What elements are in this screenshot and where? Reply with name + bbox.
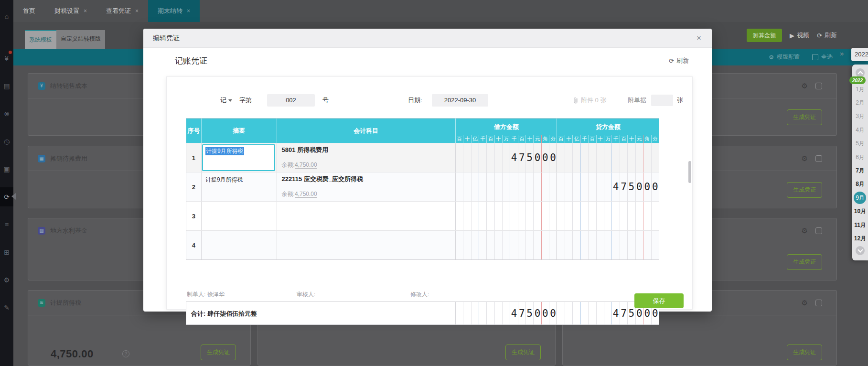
period-icon[interactable]: ◷ — [0, 132, 13, 151]
voucher-form: 记 字第 002 号 日期: 2022-09-30 附件 0 张 附单据 张 序… — [166, 76, 693, 310]
digit-col — [652, 231, 659, 259]
generate-voucher-button[interactable]: 生成凭证 — [505, 344, 541, 360]
generate-voucher-button[interactable]: 生成凭证 — [787, 254, 822, 270]
sidebar-collapse-arrow-icon[interactable] — [11, 193, 16, 200]
credit-amount-cell[interactable] — [557, 143, 659, 172]
digit-col: 4 — [510, 302, 518, 324]
month-11月[interactable]: 11月 — [852, 220, 868, 230]
gear-icon[interactable]: ⚙ — [802, 299, 808, 307]
summary-cell[interactable]: 计提9月所得税 — [202, 172, 277, 201]
refresh-icon: ⟳ — [817, 32, 822, 39]
voucher-word-select[interactable]: 记 — [220, 94, 232, 107]
generate-voucher-button[interactable]: 生成凭证 — [787, 182, 822, 198]
account-cell[interactable]: 222115 应交税费_应交所得税余额:4,750.00 — [277, 172, 456, 201]
card-checkbox[interactable] — [815, 227, 822, 234]
tab-查看凭证[interactable]: 查看凭证× — [96, 0, 148, 22]
receipt-count-input[interactable] — [651, 95, 673, 106]
month-6月[interactable]: 6月 — [852, 152, 868, 162]
voucher-icon[interactable]: ¥ — [0, 49, 13, 68]
digit-col: 0 — [636, 172, 643, 201]
chevron-down-icon[interactable] — [856, 246, 865, 255]
credit-amount-cell[interactable] — [557, 202, 659, 230]
month-8月[interactable]: 8月 — [852, 179, 868, 190]
digit-col — [495, 302, 503, 324]
account-cell[interactable]: 5801 所得税费用余额:4,750.00 — [277, 143, 456, 172]
gear-icon[interactable]: ⚙ — [802, 154, 808, 163]
digit-col — [565, 302, 573, 324]
funds-icon[interactable]: ⊜ — [0, 104, 13, 123]
help-icon[interactable]: ? — [122, 350, 129, 357]
home-icon[interactable]: ⌂ — [0, 7, 13, 26]
card-checkbox[interactable] — [815, 300, 822, 306]
refresh-link[interactable]: ⟳ 刷新 — [817, 31, 837, 40]
debit-amount-cell[interactable]: 475000 — [456, 143, 557, 172]
debit-amount-cell[interactable] — [456, 202, 557, 230]
tab-label: 期末结转 — [158, 7, 182, 15]
voucher-number-input[interactable]: 002 — [267, 94, 315, 107]
debit-amount-cell[interactable] — [456, 172, 557, 201]
generate-voucher-button[interactable]: 生成凭证 — [787, 109, 822, 125]
date-input[interactable]: 2022-09-30 — [432, 94, 488, 107]
digit-col — [604, 172, 612, 201]
summary-cell[interactable] — [202, 202, 277, 230]
summary-cell[interactable] — [202, 231, 277, 259]
month-9月[interactable]: 9月 — [852, 193, 868, 203]
digit-col — [463, 172, 471, 201]
settings-icon[interactable]: ⚙ — [0, 270, 13, 290]
measure-amount-button[interactable]: 测算金额 — [747, 29, 782, 42]
edit-icon[interactable]: ✎ — [0, 298, 13, 317]
month-3月[interactable]: 3月 — [852, 111, 868, 122]
digit-col — [479, 231, 487, 259]
assets-icon[interactable]: ▣ — [0, 160, 13, 179]
chevron-down-icon — [228, 99, 232, 102]
year-input[interactable]: 2022. — [851, 48, 868, 61]
month-2月[interactable]: 2月 — [852, 97, 868, 108]
reports-icon[interactable]: ▤ — [0, 76, 13, 96]
digit-label: 十 — [463, 135, 471, 143]
account-cell[interactable] — [277, 202, 456, 230]
template-config-link[interactable]: ⚙ 模版配置 — [769, 53, 800, 61]
close-icon[interactable]: × — [84, 8, 87, 14]
scrollbar-thumb[interactable] — [688, 161, 691, 183]
generate-voucher-button[interactable]: 生成凭证 — [201, 344, 236, 360]
close-icon[interactable]: × — [697, 33, 701, 43]
digit-label: 十 — [628, 135, 635, 143]
month-4月[interactable]: 4月 — [852, 125, 868, 135]
invoice-icon[interactable]: ⊞ — [0, 243, 13, 262]
gear-icon[interactable]: ⚙ — [802, 82, 808, 90]
panel-collapse-icon[interactable]: » — [840, 49, 844, 57]
gear-icon[interactable]: ⚙ — [802, 226, 808, 235]
save-button[interactable]: 保存 — [634, 293, 684, 308]
account-cell[interactable] — [277, 231, 456, 259]
tab-财税设置[interactable]: 财税设置× — [45, 0, 96, 22]
month-7月[interactable]: 7月 — [852, 165, 868, 176]
summary-edit-input[interactable]: 计提9月所得税 — [202, 144, 275, 171]
digit-col: 7 — [518, 302, 526, 324]
close-icon[interactable]: × — [187, 8, 190, 14]
month-1月[interactable]: 1月 — [852, 84, 868, 95]
month-12月[interactable]: 12月 — [852, 233, 868, 244]
credit-amount-cell[interactable]: 475000 — [557, 172, 659, 201]
modal-refresh-link[interactable]: ⟳ 刷新 — [669, 56, 689, 65]
debit-amount-cell[interactable] — [456, 231, 557, 259]
close-icon[interactable]: × — [135, 8, 139, 14]
credit-amount-cell[interactable] — [557, 231, 659, 259]
select-all-checkbox[interactable] — [812, 54, 818, 60]
list-icon[interactable]: ≡ — [0, 215, 13, 234]
template-tab-自定义结转模版[interactable]: 自定义结转模版 — [56, 30, 105, 49]
month-10月[interactable]: 10月 — [852, 206, 868, 217]
app: ⌂¥▤⊜◷▣⟳≡⊞⚙✎ 首页财税设置×查看凭证×期末结转× 系统模板自定义结转模… — [0, 0, 868, 366]
card-checkbox[interactable] — [815, 155, 822, 162]
tab-期末结转[interactable]: 期末结转× — [148, 0, 200, 22]
month-5月[interactable]: 5月 — [852, 139, 868, 149]
select-all-control[interactable]: 全选 — [812, 53, 833, 61]
summary-cell[interactable]: 计提9月所得税 — [202, 143, 277, 172]
card-checkbox[interactable] — [815, 83, 822, 89]
digit-label: 百 — [518, 135, 526, 143]
video-link[interactable]: ▶ 视频 — [790, 31, 809, 40]
generate-voucher-button[interactable]: 生成凭证 — [787, 344, 822, 360]
digit-col: 4 — [612, 302, 620, 324]
template-tab-系统模板[interactable]: 系统模板 — [25, 30, 56, 49]
tab-首页[interactable]: 首页 — [13, 0, 45, 22]
debit-amount-cell[interactable]: 475000 — [456, 302, 557, 324]
